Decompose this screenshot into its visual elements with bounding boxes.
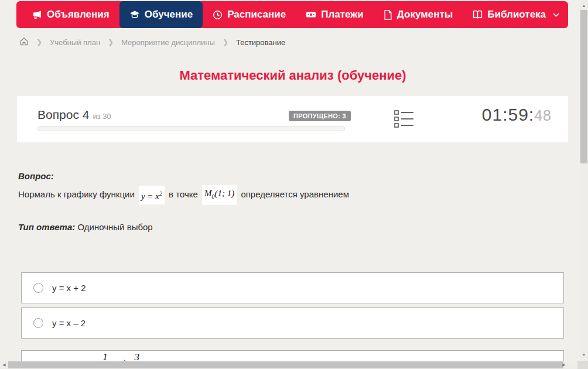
- breadcrumb-separator-icon: ❯: [223, 38, 228, 46]
- nav-item-label: Объявления: [47, 9, 110, 20]
- timer: 01:59:48: [482, 105, 552, 125]
- banknote-icon: [306, 10, 316, 19]
- breadcrumb-testing: Тестирование: [236, 38, 285, 47]
- vertical-scrollbar[interactable]: ▲ ▼: [580, 0, 588, 361]
- horizontal-scrollbar[interactable]: ◀ ▶: [0, 361, 588, 369]
- scroll-right-arrow-icon[interactable]: ▶: [560, 361, 568, 369]
- formula-y-equals-x-squared: y = x2: [139, 186, 165, 204]
- answer-option-2[interactable]: y = x – 2: [21, 308, 564, 339]
- radio-button[interactable]: [33, 283, 43, 293]
- question-header-card: Вопрос 4из 30 ПРОПУЩЕНО: 3 01:59:48: [17, 96, 568, 142]
- nav-item-label: Платежи: [321, 9, 364, 20]
- nav-item-learning[interactable]: Обучение: [119, 1, 203, 28]
- question-of-total: из 30: [93, 112, 111, 121]
- nav-item-label: Расписание: [227, 9, 286, 20]
- clock-icon: [213, 10, 223, 20]
- megaphone-icon: [32, 10, 42, 20]
- question-label: Вопрос:: [18, 171, 54, 181]
- book-icon: [473, 10, 483, 19]
- breadcrumb: ❯ Учебный план ❯ Мероприятие дисциплины …: [19, 37, 285, 47]
- question-text-middle: в точке: [169, 189, 198, 199]
- nav-item-announcements[interactable]: Объявления: [22, 1, 119, 28]
- nav-item-label: Обучение: [145, 9, 193, 20]
- progress-bar: [37, 126, 345, 131]
- question-text: Нормаль к графику функции y = x2 в точке…: [18, 185, 557, 205]
- horizontal-scrollbar-thumb[interactable]: [8, 361, 563, 368]
- nav-item-library[interactable]: Библиотека: [463, 1, 569, 28]
- skipped-badge: ПРОПУЩЕНО: 3: [289, 111, 351, 121]
- scroll-up-arrow-icon[interactable]: ▲: [580, 1, 588, 9]
- radio-button[interactable]: [33, 318, 43, 328]
- quiz-page: Объявления Обучение Расписание Платежи Д…: [0, 0, 588, 369]
- question-list-icon[interactable]: [394, 110, 414, 130]
- scrollbar-corner: [577, 361, 588, 369]
- question-text-before: Нормаль к графику функции: [18, 189, 135, 199]
- answer-type-row: Тип ответа: Одиночный выбор: [18, 222, 153, 232]
- scroll-down-arrow-icon[interactable]: ▼: [580, 350, 588, 358]
- answer-type-value: Одиночный выбор: [77, 222, 152, 232]
- answer-option-1[interactable]: y = x + 2: [21, 272, 564, 303]
- nav-item-schedule[interactable]: Расписание: [203, 1, 296, 28]
- graduation-cap-icon: [129, 10, 140, 20]
- chevron-down-icon: [553, 13, 559, 17]
- scroll-left-arrow-icon[interactable]: ◀: [0, 361, 8, 369]
- nav-item-label: Библиотека: [487, 9, 546, 20]
- nav-item-documents[interactable]: Документы: [374, 1, 463, 28]
- page-title: Математический анализ (обучение): [0, 68, 586, 83]
- top-navigation: Объявления Обучение Расписание Платежи Д…: [16, 1, 568, 28]
- breadcrumb-discipline-event[interactable]: Мероприятие дисциплины: [121, 38, 215, 47]
- timer-seconds: 48: [534, 107, 552, 124]
- question-number: Вопрос 4из 30: [37, 108, 111, 122]
- answer-option-2-label: y = x – 2: [52, 318, 86, 328]
- formula-point-m0: M0(1; 1): [202, 185, 237, 205]
- home-icon[interactable]: [19, 37, 29, 47]
- timer-hours-minutes: 01:59:: [482, 105, 534, 124]
- breadcrumb-separator-icon: ❯: [108, 38, 114, 46]
- nav-item-payments[interactable]: Платежи: [296, 1, 374, 28]
- question-number-label: Вопрос 4: [37, 108, 89, 121]
- breadcrumb-curriculum[interactable]: Учебный план: [50, 38, 100, 47]
- nav-item-label: Документы: [397, 9, 453, 20]
- question-text-after: определяется уравнением: [241, 189, 349, 199]
- answer-option-1-label: y = x + 2: [52, 283, 86, 293]
- document-icon: [384, 10, 392, 20]
- vertical-scrollbar-thumb[interactable]: [580, 10, 587, 163]
- breadcrumb-separator-icon: ❯: [36, 38, 42, 46]
- answer-type-label: Тип ответа:: [18, 222, 75, 232]
